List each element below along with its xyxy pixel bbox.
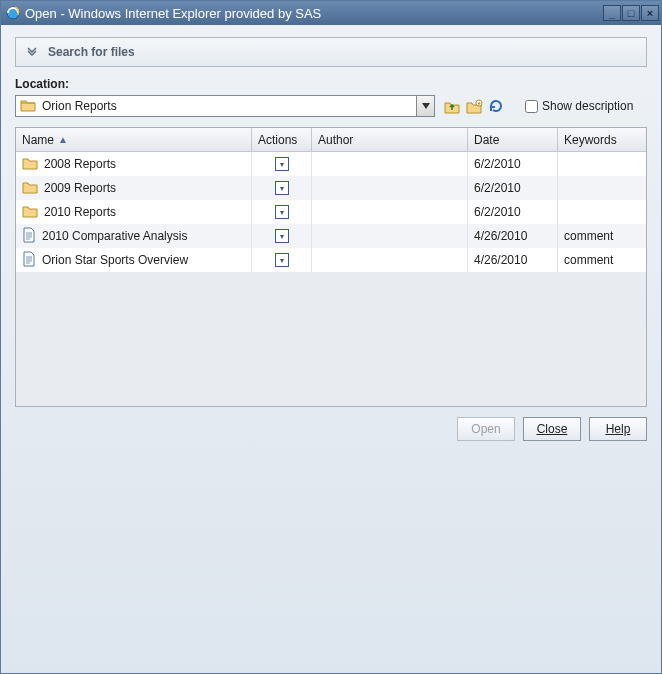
file-name: Orion Star Sports Overview [42,253,188,267]
location-label: Location: [15,77,647,91]
location-dropdown[interactable]: Orion Reports [15,95,435,117]
search-label: Search for files [48,45,135,59]
show-description-label: Show description [542,99,633,113]
cell-actions [252,176,312,200]
table-row[interactable]: Orion Star Sports Overview4/26/2010comme… [16,248,646,272]
sort-ascending-icon: ▲ [58,134,68,145]
dialog-client-area: Search for files Location: Orion Reports… [1,25,661,673]
ie-icon [5,5,21,21]
cell-name: 2008 Reports [16,152,252,176]
table-row[interactable]: 2009 Reports6/2/2010 [16,176,646,200]
chevron-down-icon [26,45,38,60]
cell-actions [252,224,312,248]
cell-keywords: comment [558,248,646,272]
cell-keywords [558,176,646,200]
cell-actions [252,200,312,224]
file-name: 2010 Reports [44,205,116,219]
cell-keywords [558,152,646,176]
actions-menu-button[interactable] [275,181,289,195]
titlebar: Open - Windows Internet Explorer provide… [1,1,661,25]
cell-name: 2010 Comparative Analysis [16,224,252,248]
cell-author [312,176,468,200]
dialog-buttons: Open Close Help [15,417,647,441]
file-name: 2009 Reports [44,181,116,195]
cell-date: 4/26/2010 [468,248,558,272]
cell-author [312,224,468,248]
close-window-button[interactable]: × [641,5,659,21]
grid-header: Name ▲ Actions Author Date Keywords [16,128,646,152]
cell-name: 2010 Reports [16,200,252,224]
document-icon [22,251,36,270]
show-description-checkbox[interactable]: Show description [521,97,633,116]
cell-author [312,248,468,272]
cell-name: 2009 Reports [16,176,252,200]
column-header-date[interactable]: Date [468,128,558,151]
cell-author [312,200,468,224]
column-header-author[interactable]: Author [312,128,468,151]
cell-date: 6/2/2010 [468,200,558,224]
cell-date: 6/2/2010 [468,176,558,200]
file-name: 2010 Comparative Analysis [42,229,187,243]
open-dialog-window: Open - Windows Internet Explorer provide… [0,0,662,674]
cell-actions [252,248,312,272]
window-title: Open - Windows Internet Explorer provide… [25,6,602,21]
document-icon [22,227,36,246]
cell-date: 6/2/2010 [468,152,558,176]
window-controls: _ □ × [602,5,659,21]
refresh-button[interactable] [487,97,505,115]
cell-keywords: comment [558,224,646,248]
folder-icon [22,180,38,197]
grid-body: 2008 Reports6/2/20102009 Reports6/2/2010… [16,152,646,406]
actions-menu-button[interactable] [275,253,289,267]
cell-name: Orion Star Sports Overview [16,248,252,272]
show-description-input[interactable] [525,100,538,113]
actions-menu-button[interactable] [275,229,289,243]
actions-menu-button[interactable] [275,205,289,219]
close-button[interactable]: Close [523,417,581,441]
actions-menu-button[interactable] [275,157,289,171]
cell-keywords [558,200,646,224]
cell-date: 4/26/2010 [468,224,558,248]
column-header-name[interactable]: Name ▲ [16,128,252,151]
table-row[interactable]: 2008 Reports6/2/2010 [16,152,646,176]
cell-author [312,152,468,176]
minimize-button[interactable]: _ [603,5,621,21]
column-header-actions[interactable]: Actions [252,128,312,151]
up-folder-button[interactable] [443,97,461,115]
folder-icon [22,156,38,173]
location-row: Orion Reports ★ Show description [15,95,647,117]
open-button: Open [457,417,515,441]
folder-open-icon [20,98,36,115]
table-row[interactable]: 2010 Comparative Analysis4/26/2010commen… [16,224,646,248]
new-folder-button[interactable]: ★ [465,97,483,115]
table-row[interactable]: 2010 Reports6/2/2010 [16,200,646,224]
file-name: 2008 Reports [44,157,116,171]
location-selected-text: Orion Reports [40,99,416,113]
maximize-button[interactable]: □ [622,5,640,21]
dropdown-arrow-icon [416,96,434,116]
location-toolbar: ★ [443,97,505,115]
folder-icon [22,204,38,221]
cell-actions [252,152,312,176]
file-grid: Name ▲ Actions Author Date Keywords 2008… [15,127,647,407]
search-expander[interactable]: Search for files [15,37,647,67]
column-header-keywords[interactable]: Keywords [558,128,646,151]
help-button[interactable]: Help [589,417,647,441]
